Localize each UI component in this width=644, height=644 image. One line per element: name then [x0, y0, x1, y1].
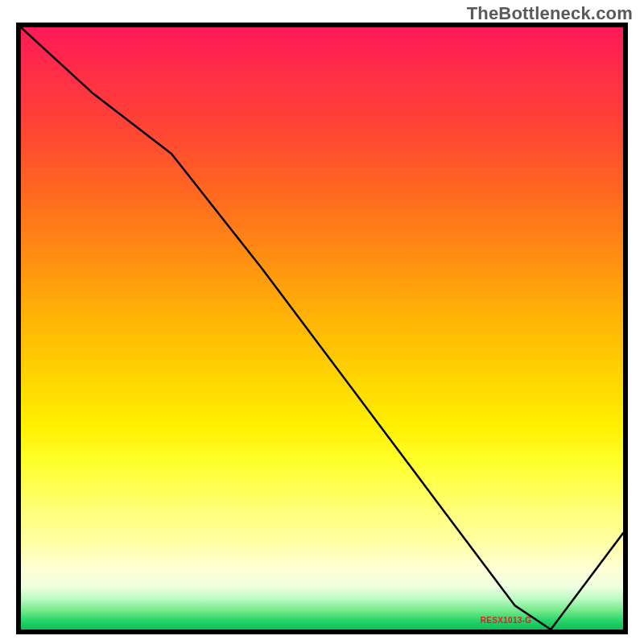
chart-annotation: RESX1013-G	[481, 616, 532, 625]
watermark-label: TheBottleneck.com	[467, 3, 633, 24]
chart-frame: RESX1013-G	[16, 23, 628, 634]
chart-line	[21, 27, 623, 630]
chart-stage: TheBottleneck.com RESX1013-G	[0, 0, 644, 644]
